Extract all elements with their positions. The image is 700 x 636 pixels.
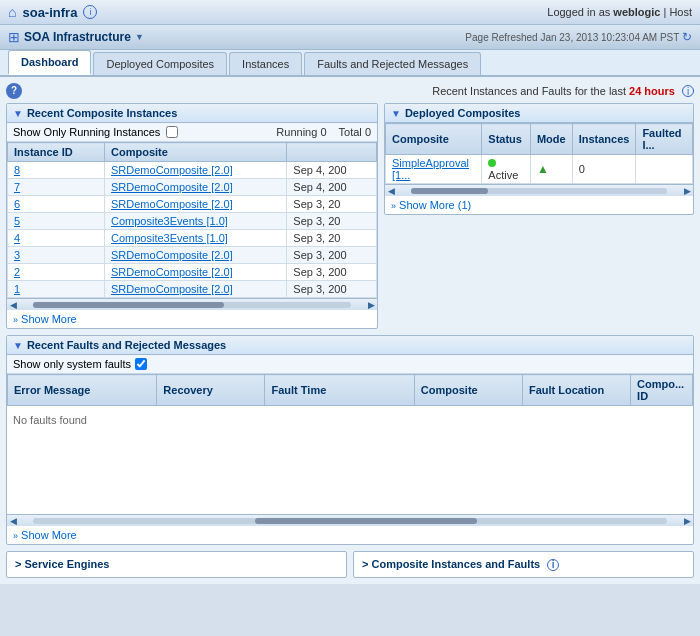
instance-composite-link[interactable]: SRDemoComposite [2.0] <box>111 181 233 193</box>
instance-id-cell[interactable]: 1 <box>8 281 105 298</box>
instance-date-cell: Sep 3, 20 <box>287 230 377 247</box>
composite-instances-faults-panel[interactable]: > Composite Instances and Faults i <box>353 551 694 578</box>
instance-id-link[interactable]: 6 <box>14 198 20 210</box>
tab-instances[interactable]: Instances <box>229 52 302 75</box>
scroll-left-arrow[interactable]: ◀ <box>7 299 19 311</box>
instances-show-more: » Show More <box>7 310 377 328</box>
dc-scroll-right[interactable]: ▶ <box>681 185 693 197</box>
recent-hours: 24 hours <box>629 85 675 97</box>
faults-scrollbar[interactable]: ◀ ▶ <box>7 514 693 526</box>
instance-id-link[interactable]: 3 <box>14 249 20 261</box>
instance-id-link[interactable]: 7 <box>14 181 20 193</box>
instance-composite-link[interactable]: Composite3Events [1.0] <box>111 215 228 227</box>
instance-id-link[interactable]: 8 <box>14 164 20 176</box>
tab-deployed-composites[interactable]: Deployed Composites <box>93 52 227 75</box>
top-bar-right: Logged in as weblogic | Host <box>547 6 692 18</box>
instance-composite-cell[interactable]: SRDemoComposite [2.0] <box>105 196 287 213</box>
dc-col-composite: Composite <box>386 124 482 155</box>
collapse-icon-2[interactable]: ▼ <box>391 108 401 119</box>
dc-show-more-link[interactable]: » Show More (1) <box>391 199 471 211</box>
dc-scrollbar[interactable]: ◀ ▶ <box>385 184 693 196</box>
two-col-section: ▼ Recent Composite Instances Show Only R… <box>6 103 694 329</box>
instance-composite-link[interactable]: SRDemoComposite [2.0] <box>111 164 233 176</box>
instance-composite-cell[interactable]: SRDemoComposite [2.0] <box>105 247 287 264</box>
table-row: 3 SRDemoComposite [2.0] Sep 3, 200 <box>8 247 377 264</box>
instance-composite-link[interactable]: SRDemoComposite [2.0] <box>111 198 233 210</box>
instance-id-cell[interactable]: 8 <box>8 162 105 179</box>
faults-scroll-thumb <box>255 518 477 524</box>
composite-instances-header: ▼ Recent Composite Instances <box>7 104 377 123</box>
dc-show-more-label: Show More (1) <box>399 199 471 211</box>
deployed-composites-table: Composite Status Mode Instances Faulted … <box>385 123 693 184</box>
collapse-icon-3[interactable]: ▼ <box>13 340 23 351</box>
show-only-running-checkbox[interactable] <box>166 126 178 138</box>
service-engines-panel[interactable]: > Service Engines <box>6 551 347 578</box>
instance-id-cell[interactable]: 5 <box>8 213 105 230</box>
instance-composite-cell[interactable]: SRDemoComposite [2.0] <box>105 179 287 196</box>
faults-sub-header: Show only system faults <box>7 355 693 374</box>
instance-id-link[interactable]: 2 <box>14 266 20 278</box>
instance-composite-link[interactable]: Composite3Events [1.0] <box>111 232 228 244</box>
refresh-icon[interactable]: ↻ <box>682 30 692 44</box>
composite-instances-faults-label: > Composite Instances and Faults <box>362 558 540 570</box>
instance-composite-link[interactable]: SRDemoComposite [2.0] <box>111 249 233 261</box>
instance-id-cell[interactable]: 7 <box>8 179 105 196</box>
show-more-label: Show More <box>21 313 77 325</box>
info-icon[interactable]: i <box>83 5 97 19</box>
scroll-thumb <box>33 302 224 308</box>
show-more-link[interactable]: » Show More <box>13 313 77 325</box>
collapse-icon-1[interactable]: ▼ <box>13 108 23 119</box>
instance-id-cell[interactable]: 4 <box>8 230 105 247</box>
instance-id-link[interactable]: 1 <box>14 283 20 295</box>
instance-composite-cell[interactable]: SRDemoComposite [2.0] <box>105 162 287 179</box>
table-row: 6 SRDemoComposite [2.0] Sep 3, 20 <box>8 196 377 213</box>
instance-composite-link[interactable]: SRDemoComposite [2.0] <box>111 266 233 278</box>
instance-date-cell: Sep 4, 200 <box>287 162 377 179</box>
info-icon-2[interactable]: i <box>682 85 694 97</box>
composite-info-icon[interactable]: i <box>547 559 559 571</box>
app-icon: ⌂ <box>8 4 16 20</box>
instance-composite-cell[interactable]: Composite3Events [1.0] <box>105 230 287 247</box>
instance-composite-cell[interactable]: SRDemoComposite [2.0] <box>105 281 287 298</box>
dc-scroll-left[interactable]: ◀ <box>385 185 397 197</box>
help-row: ? Recent Instances and Faults for the la… <box>6 83 694 99</box>
faults-panel: ▼ Recent Faults and Rejected Messages Sh… <box>6 335 694 545</box>
tab-dashboard[interactable]: Dashboard <box>8 50 91 75</box>
faults-scroll-left[interactable]: ◀ <box>7 515 19 527</box>
ft-col-recovery: Recovery <box>157 375 265 406</box>
deployed-composites-col: ▼ Deployed Composites Composite Status M… <box>384 103 694 329</box>
show-system-faults-label: Show only system faults <box>13 358 131 370</box>
top-bar-left: ⌂ soa-infra i <box>8 4 97 20</box>
app-title: soa-infra <box>22 5 77 20</box>
table-row: 2 SRDemoComposite [2.0] Sep 3, 200 <box>8 264 377 281</box>
instance-id-cell[interactable]: 2 <box>8 264 105 281</box>
instance-id-cell[interactable]: 3 <box>8 247 105 264</box>
tab-faults[interactable]: Faults and Rejected Messages <box>304 52 481 75</box>
faults-empty-space <box>7 434 693 514</box>
composite-instances-panel: ▼ Recent Composite Instances Show Only R… <box>6 103 378 329</box>
dc-composite-name[interactable]: SimpleApproval [1... <box>386 155 482 184</box>
nav-dropdown-arrow[interactable]: ▼ <box>135 32 144 42</box>
double-arrow-icon: » <box>13 315 18 325</box>
bottom-panels: > Service Engines > Composite Instances … <box>6 551 694 578</box>
instance-id-cell[interactable]: 6 <box>8 196 105 213</box>
dc-instances-val: 0 <box>572 155 636 184</box>
instance-composite-cell[interactable]: SRDemoComposite [2.0] <box>105 264 287 281</box>
instance-id-link[interactable]: 4 <box>14 232 20 244</box>
faults-scroll-right[interactable]: ▶ <box>681 515 693 527</box>
instances-scrollbar[interactable]: ◀ ▶ <box>7 298 377 310</box>
scroll-right-arrow[interactable]: ▶ <box>365 299 377 311</box>
recent-label-text: Recent Instances and Faults for the last <box>432 85 626 97</box>
instance-composite-link[interactable]: SRDemoComposite [2.0] <box>111 283 233 295</box>
help-icon[interactable]: ? <box>6 83 22 99</box>
instance-date-cell: Sep 3, 20 <box>287 213 377 230</box>
instance-composite-cell[interactable]: Composite3Events [1.0] <box>105 213 287 230</box>
instance-id-link[interactable]: 5 <box>14 215 20 227</box>
faults-header: ▼ Recent Faults and Rejected Messages <box>7 336 693 355</box>
table-row: 1 SRDemoComposite [2.0] Sep 3, 200 <box>8 281 377 298</box>
faults-show-more-link[interactable]: » Show More <box>13 529 77 541</box>
logged-in-label: Logged in as <box>547 6 610 18</box>
dc-composite-link[interactable]: SimpleApproval [1... <box>392 157 469 181</box>
nav-grid-icon: ⊞ <box>8 29 20 45</box>
show-system-faults-checkbox[interactable] <box>135 358 147 370</box>
